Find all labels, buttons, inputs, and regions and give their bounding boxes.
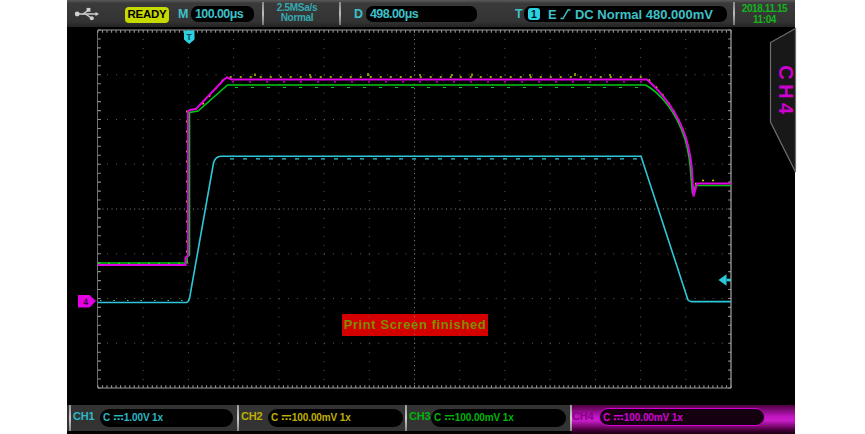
svg-text:4: 4 xyxy=(83,297,88,307)
svg-text:CH4: CH4 xyxy=(775,65,797,119)
svg-text:T: T xyxy=(187,32,193,42)
